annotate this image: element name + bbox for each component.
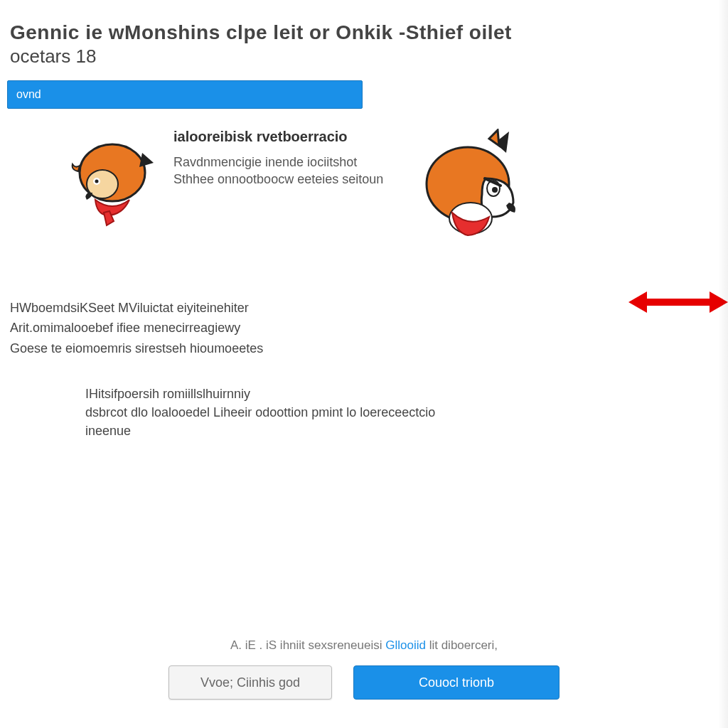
primary-button-label: Couocl trionb: [419, 675, 494, 690]
footer-caption-prefix: A. iE . iS ihniit sexsreneueisi: [230, 638, 385, 652]
mascot-fox-right: [418, 129, 525, 250]
footer-caption-suffix: lit diboerceri,: [429, 638, 498, 652]
intro-text-block: ialooreibisk rvetboerracio Ravdnmencigie…: [173, 129, 401, 188]
page-title-line2: ocetars 18: [10, 46, 707, 68]
sub-paragraph-line-3: ineenue: [85, 422, 579, 439]
page-root: Gennic ie wMonshins clpe leit or Onkik -…: [0, 0, 728, 728]
button-row: Vvoe; Ciinhis god Couocl trionb: [0, 665, 728, 700]
page-title-block: Gennic ie wMonshins clpe leit or Onkik -…: [7, 21, 707, 68]
paragraph-line-1: HWboemdsiKSeet MViluictat eiyiteinehiter: [10, 299, 579, 316]
paragraph-block: HWboemdsiKSeet MViluictat eiyiteinehiter…: [7, 299, 707, 357]
paragraph-line-2: Arit.omimalooebef ifiee menecirreagiewy: [10, 319, 579, 336]
sub-paragraph-line-1: IHitsifpoersih romiillslhuirnniy: [85, 385, 579, 402]
double-arrow-icon: [628, 284, 728, 320]
section-banner-label: ovnd: [16, 88, 41, 101]
mascot-fox-left: [71, 129, 156, 228]
footer-caption: A. iE . iS ihniit sexsreneueisi Gllooiid…: [0, 638, 728, 653]
svg-point-3: [95, 180, 99, 183]
paragraph-line-3: Goese te eiomoemris sirestseh hioumoeete…: [10, 340, 579, 357]
intro-heading: ialooreibisk rvetboerracio: [173, 129, 401, 145]
sub-paragraph-block: IHitsifpoersih romiillslhuirnniy dsbrcot…: [7, 385, 707, 440]
intro-row: ialooreibisk rvetboerracio Ravdnmencigie…: [7, 129, 626, 250]
svg-point-6: [492, 187, 498, 193]
primary-button[interactable]: Couocl trionb: [353, 665, 560, 700]
page-title-line1: Gennic ie wMonshins clpe leit or Onkik -…: [10, 21, 707, 44]
sub-paragraph-line-2: dsbrcot dlo loalooedel Liheeir odoottion…: [85, 404, 579, 421]
section-banner[interactable]: ovnd: [7, 80, 363, 109]
intro-body: Ravdnmencigie inende iociitshot Sthhee o…: [173, 154, 401, 188]
secondary-button-label: Vvoe; Ciinhis god: [200, 675, 300, 690]
footer-area: A. iE . iS ihniit sexsreneueisi Gllooiid…: [0, 638, 728, 700]
footer-caption-link[interactable]: Gllooiid: [385, 638, 426, 652]
right-shadow-edge: [718, 0, 728, 728]
svg-marker-9: [628, 291, 647, 313]
secondary-button[interactable]: Vvoe; Ciinhis god: [168, 665, 332, 700]
